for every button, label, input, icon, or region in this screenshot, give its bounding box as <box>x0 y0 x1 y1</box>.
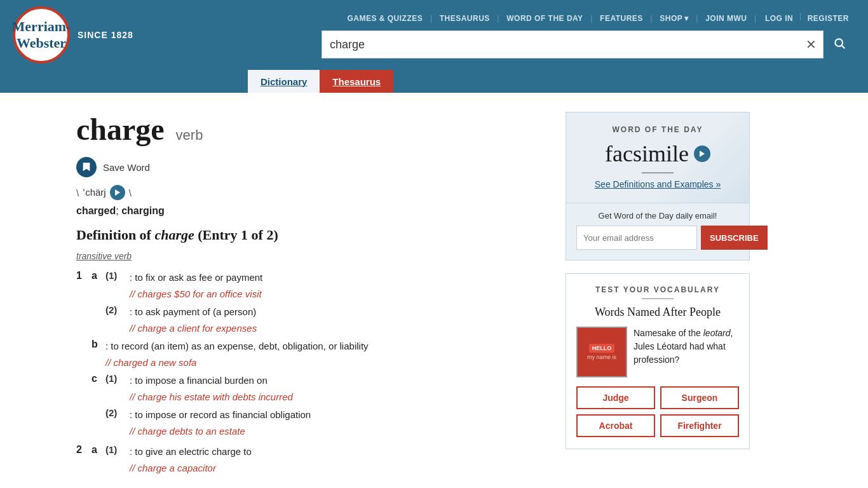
nav-features[interactable]: FEATURES <box>595 11 648 25</box>
save-word-label: Save Word <box>103 162 150 173</box>
hello-badge: HELLO <box>589 344 615 353</box>
login-button[interactable]: LOG IN <box>759 11 799 25</box>
vocab-label: TEST YOUR VOCABULARY <box>576 285 739 294</box>
search-input[interactable] <box>322 38 799 51</box>
search-box: ✕ <box>322 30 824 58</box>
logo-text: Merriam-Webster <box>12 18 71 52</box>
logo[interactable]: Merriam-Webster <box>13 6 70 64</box>
tab-thesaurus[interactable]: Thesaurus <box>320 70 393 93</box>
sub-nav: Dictionary Thesaurus <box>0 70 868 93</box>
def-2a1-text: : to give an electric charge to <box>130 446 252 457</box>
wotd-word-row: facsimile <box>579 140 736 167</box>
vocab-image: HELLO my name is <box>576 327 627 377</box>
def-1c1-example: // charge his estate with debts incurred <box>130 390 293 405</box>
search-area: ✕ <box>322 30 855 58</box>
wotd-label: WORD OF THE DAY <box>579 125 736 134</box>
def-1c2-text: : to impose or record as financial oblig… <box>130 409 311 420</box>
def-num-2: 2 <box>76 444 88 476</box>
wotd-link[interactable]: See Definitions and Examples <box>595 179 721 189</box>
content-left: charge verb Save Word \ ˈchärj \ charged… <box>76 112 540 481</box>
search-icon <box>833 37 846 53</box>
since-text: SINCE 1828 <box>78 30 133 40</box>
vocab-choice-acrobat[interactable]: Acrobat <box>576 414 655 437</box>
nav-games[interactable]: GAMES & QUIZZES <box>342 11 428 25</box>
def-1a1-text: : to fix or ask as fee or payment <box>130 272 262 283</box>
inflections: charged; charging <box>76 205 540 217</box>
nav-wotd[interactable]: WORD OF THE DAY <box>501 11 588 25</box>
def-2: 2 a (1) : to give an electric charge to … <box>76 444 540 476</box>
sidebar-right: WORD OF THE DAY facsimile See Definition… <box>566 112 750 481</box>
definition-header-word: charge <box>154 227 194 243</box>
def-1b: b : to record (an item) as an expense, d… <box>92 339 369 370</box>
inflection-1: charged <box>76 205 116 216</box>
vocab-choices: Judge Surgeon Acrobat Firefighter <box>576 386 739 437</box>
vocab-img-row: HELLO my name is Namesake of the leotard… <box>576 327 739 377</box>
def-1a1-example: // charges $50 for an office visit <box>130 287 262 302</box>
vocab-choice-judge[interactable]: Judge <box>576 386 655 409</box>
wotd-card: WORD OF THE DAY facsimile See Definition… <box>566 112 750 203</box>
vocab-title: Words Named After People <box>576 306 739 319</box>
email-label: Get Word of the Day daily email! <box>576 211 739 220</box>
def-1c1: (1) : to impose a financial burden on //… <box>105 373 311 405</box>
email-row: SUBSCRIBE <box>576 226 739 250</box>
auth-buttons: LOG IN | REGISTER <box>759 11 855 25</box>
wotd-audio-button[interactable] <box>694 146 710 162</box>
email-input[interactable] <box>576 226 697 250</box>
headword: charge <box>76 112 165 146</box>
register-button[interactable]: REGISTER <box>801 11 855 25</box>
def-2a1: (1) : to give an electric charge to // c… <box>105 444 252 476</box>
tab-dictionary[interactable]: Dictionary <box>248 70 320 93</box>
subscribe-button[interactable]: SUBSCRIBE <box>701 226 768 250</box>
def-1a2-example: // charge a client for expenses <box>130 321 257 336</box>
definitions-section: 1 a (1) : to fix or ask as fee or paymen… <box>76 270 540 476</box>
nav-shop[interactable]: SHOP ▾ <box>654 11 694 25</box>
pronunciation-text: ˈchärj <box>83 187 106 198</box>
part-of-speech: verb <box>176 127 203 143</box>
pos-label: transitive verb <box>76 251 540 261</box>
email-section: Get Word of the Day daily email! SUBSCRI… <box>566 203 750 261</box>
svg-marker-2 <box>115 189 120 196</box>
hello-sub: my name is <box>587 354 616 360</box>
wotd-divider <box>642 172 674 173</box>
main-layout: charge verb Save Word \ ˈchärj \ charged… <box>0 93 868 488</box>
def-1a1: (1) : to fix or ask as fee or payment //… <box>105 270 262 302</box>
def-1a2: (2) : to ask payment of (a person) // ch… <box>105 304 262 336</box>
site-header: Merriam-Webster SINCE 1828 GAMES & QUIZZ… <box>0 0 868 93</box>
definition-header: Definition of charge (Entry 1 of 2) <box>76 227 540 243</box>
def-num-1: 1 <box>76 270 88 439</box>
audio-button[interactable] <box>110 185 125 200</box>
vocab-card: TEST YOUR VOCABULARY Words Named After P… <box>566 273 750 449</box>
def-1a2-text: : to ask payment of (a person) <box>130 306 256 317</box>
word-heading-row: charge verb <box>76 112 540 147</box>
def-1c: c (1) : to impose a financial burden on … <box>92 373 369 439</box>
def-1a: a (1) : to fix or ask as fee or payment … <box>92 270 369 336</box>
clear-button[interactable]: ✕ <box>799 37 823 52</box>
def-1b-text: : to record (an item) as an expense, deb… <box>105 341 369 351</box>
def-1b-example: // charged a new sofa <box>105 355 369 370</box>
save-icon-button[interactable] <box>76 157 97 177</box>
svg-marker-3 <box>700 151 705 157</box>
vocab-choice-firefighter[interactable]: Firefighter <box>660 414 739 437</box>
wotd-word-text: facsimile <box>605 140 689 167</box>
vocab-choice-surgeon[interactable]: Surgeon <box>660 386 739 409</box>
nav-area: GAMES & QUIZZES | THESAURUS | WORD OF TH… <box>133 11 855 58</box>
top-nav: GAMES & QUIZZES | THESAURUS | WORD OF TH… <box>342 11 855 25</box>
svg-point-0 <box>835 39 843 46</box>
save-word-row: Save Word <box>76 157 540 177</box>
search-button[interactable] <box>824 30 855 58</box>
pronunciation: \ ˈchärj \ <box>76 185 540 200</box>
def-2a: a (1) : to give an electric charge to //… <box>92 444 252 476</box>
svg-line-1 <box>842 45 845 48</box>
def-1c1-text: : to impose a financial burden on <box>130 375 268 386</box>
nav-thesaurus[interactable]: THESAURUS <box>435 11 495 25</box>
inflection-2: charging <box>121 205 165 216</box>
vocab-question: Namesake of the leotard, Jules Léotard h… <box>634 327 739 367</box>
def-1c2: (2) : to impose or record as financial o… <box>105 407 311 439</box>
chevron-down-icon: ▾ <box>684 14 689 23</box>
vocab-divider <box>642 298 674 299</box>
logo-area: Merriam-Webster SINCE 1828 <box>13 6 133 64</box>
def-1c2-example: // charge debts to an estate <box>130 424 311 439</box>
def-2a1-example: // charge a capacitor <box>130 461 252 476</box>
nav-join[interactable]: JOIN MWU <box>700 11 752 25</box>
def-1: 1 a (1) : to fix or ask as fee or paymen… <box>76 270 540 439</box>
